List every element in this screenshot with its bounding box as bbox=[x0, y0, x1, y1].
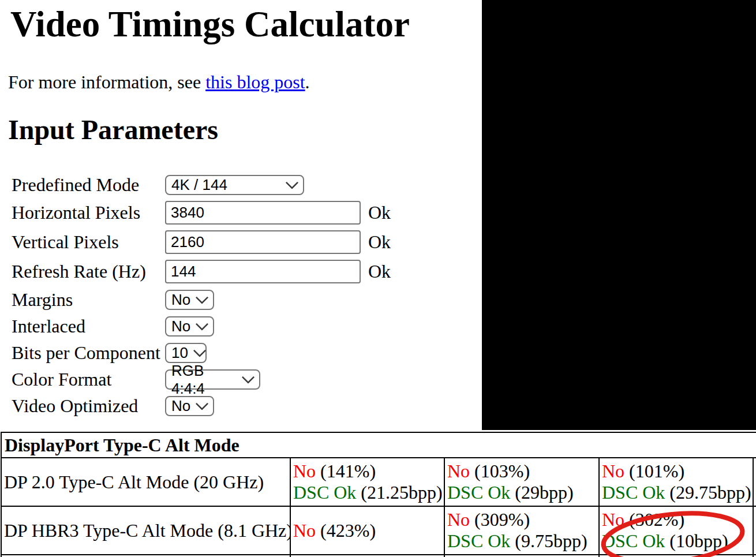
table-section-header-row: DisplayPort Type-C Alt Mode bbox=[1, 432, 756, 458]
status-no: No bbox=[447, 509, 470, 530]
status-no: No bbox=[602, 509, 624, 530]
intro-text: For more information, see this blog post… bbox=[8, 72, 310, 92]
status-detail: (302%) bbox=[624, 509, 684, 530]
interlaced-select[interactable]: No bbox=[165, 316, 214, 337]
result-cell-cutoff bbox=[753, 555, 756, 557]
intro-prefix: For more information, see bbox=[8, 72, 205, 92]
margins-select[interactable]: No bbox=[165, 290, 214, 310]
table-row-partial: DP HBR2 Type-C Alt Mode (5.4 GHz) No (63… bbox=[1, 555, 756, 557]
chevron-down-icon bbox=[242, 371, 255, 384]
interlaced-label: Interlaced bbox=[12, 316, 85, 337]
horizontal-pixels-input[interactable]: 3840 bbox=[165, 201, 361, 225]
vertical-pixels-value: 2160 bbox=[171, 233, 204, 251]
redacted-region bbox=[482, 0, 756, 430]
input-parameters-form: Predefined Mode 4K / 144 Horizontal Pixe… bbox=[12, 175, 450, 420]
predefined-mode-select[interactable]: 4K / 144 bbox=[165, 175, 304, 195]
status-detail: (21.25bpp) bbox=[356, 482, 442, 503]
predefined-mode-label: Predefined Mode bbox=[12, 175, 139, 195]
predefined-mode-value: 4K / 144 bbox=[171, 176, 227, 194]
result-cell: No (423%) bbox=[290, 506, 444, 555]
chevron-down-icon bbox=[193, 344, 207, 357]
refresh-rate-label: Refresh Rate (Hz) bbox=[12, 260, 146, 283]
chevron-down-icon bbox=[196, 397, 209, 410]
color-format-label: Color Format bbox=[12, 369, 111, 390]
status-detail: (141%) bbox=[316, 461, 376, 481]
horizontal-pixels-value: 3840 bbox=[171, 204, 204, 222]
mode-name-cell: DP 2.0 Type-C Alt Mode (20 GHz) bbox=[1, 458, 290, 506]
table-section-header: DisplayPort Type-C Alt Mode bbox=[1, 432, 756, 458]
color-format-select[interactable]: RGB 4:4:4 bbox=[165, 369, 260, 390]
status-dsc-ok: DSC Ok bbox=[447, 482, 510, 503]
input-parameters-heading: Input Parameters bbox=[8, 114, 218, 145]
horizontal-pixels-status: Ok bbox=[368, 201, 391, 225]
results-table: DisplayPort Type-C Alt Mode DP 2.0 Type-… bbox=[1, 432, 756, 557]
result-cell: No (453%) bbox=[599, 555, 753, 557]
result-cell-cutoff bbox=[753, 458, 756, 506]
status-detail: (10bpp) bbox=[665, 530, 728, 551]
refresh-rate-input[interactable]: 144 bbox=[165, 260, 361, 283]
status-no: No bbox=[293, 461, 316, 481]
chevron-down-icon bbox=[196, 291, 209, 304]
margins-label: Margins bbox=[12, 290, 73, 310]
video-timings-calculator-page: { "page": { "title": "Video Timings Calc… bbox=[0, 0, 756, 557]
video-optimized-value: No bbox=[171, 397, 190, 415]
status-detail: (423%) bbox=[316, 520, 376, 541]
bits-per-component-select[interactable]: 10 bbox=[165, 343, 207, 363]
status-no: No bbox=[447, 461, 470, 481]
result-cell: No (141%) DSC Ok (21.25bpp) bbox=[290, 458, 444, 506]
chevron-down-icon bbox=[196, 317, 209, 331]
table-row: DP HBR3 Type-C Alt Mode (8.1 GHz) No (42… bbox=[1, 506, 756, 555]
intro-suffix: . bbox=[305, 72, 310, 92]
video-optimized-select[interactable]: No bbox=[165, 396, 214, 416]
status-dsc-ok: DSC Ok bbox=[602, 530, 665, 551]
bits-per-component-label: Bits per Component bbox=[12, 343, 160, 363]
video-optimized-label: Video Optimized bbox=[12, 396, 138, 416]
vertical-pixels-label: Vertical Pixels bbox=[12, 230, 119, 254]
status-no: No bbox=[602, 461, 624, 481]
mode-name-cell: DP HBR3 Type-C Alt Mode (8.1 GHz) bbox=[1, 506, 290, 555]
interlaced-value: No bbox=[171, 317, 190, 335]
result-cell: No (309%) DSC Ok (9.75bpp) bbox=[444, 506, 599, 555]
status-detail: (9.75bpp) bbox=[510, 530, 587, 551]
page-title: Video Timings Calculator bbox=[10, 5, 410, 44]
bits-per-component-value: 10 bbox=[171, 344, 188, 362]
status-dsc-ok: DSC Ok bbox=[293, 482, 356, 503]
refresh-rate-status: Ok bbox=[368, 260, 391, 283]
margins-value: No bbox=[171, 291, 190, 309]
vertical-pixels-input[interactable]: 2160 bbox=[165, 230, 361, 254]
vertical-pixels-status: Ok bbox=[368, 230, 391, 254]
result-cell: No (103%) DSC Ok (29bpp) bbox=[444, 458, 599, 506]
status-detail: (103%) bbox=[470, 461, 530, 481]
status-detail: (29bpp) bbox=[510, 482, 573, 503]
table-row: DP 2.0 Type-C Alt Mode (20 GHz) No (141%… bbox=[1, 458, 756, 506]
status-detail: (101%) bbox=[624, 461, 684, 481]
status-dsc-ok: DSC Ok bbox=[602, 482, 665, 503]
status-detail: (29.75bpp) bbox=[665, 482, 751, 503]
result-cell: No (101%) DSC Ok (29.75bpp) bbox=[599, 458, 753, 506]
chevron-down-icon bbox=[286, 176, 299, 189]
status-dsc-ok: DSC Ok bbox=[447, 530, 510, 551]
status-no: No bbox=[293, 520, 316, 541]
mode-name-cell: DP HBR2 Type-C Alt Mode (5.4 GHz) bbox=[1, 555, 290, 557]
result-cell: No (463%) bbox=[444, 555, 599, 557]
status-detail: (309%) bbox=[470, 509, 530, 530]
refresh-rate-value: 144 bbox=[171, 263, 196, 281]
color-format-value: RGB 4:4:4 bbox=[171, 362, 237, 398]
result-cell: No (635%) bbox=[290, 555, 444, 557]
horizontal-pixels-label: Horizontal Pixels bbox=[12, 201, 140, 225]
result-cell-cutoff bbox=[753, 506, 756, 555]
blog-post-link[interactable]: this blog post bbox=[205, 72, 305, 92]
result-cell-highlighted: No (302%) DSC Ok (10bpp) bbox=[599, 506, 753, 555]
